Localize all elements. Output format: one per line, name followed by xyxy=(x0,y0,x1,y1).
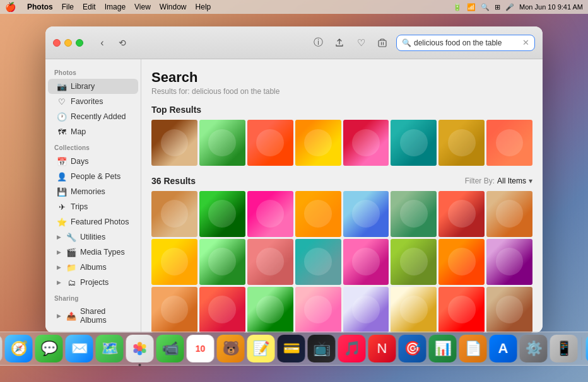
dock-news[interactable]: N xyxy=(368,335,396,362)
dock-numbers[interactable]: 📊 xyxy=(429,335,457,362)
photo-12[interactable] xyxy=(295,239,341,285)
delete-button[interactable] xyxy=(373,34,391,52)
photo-2[interactable] xyxy=(199,191,245,237)
sidebar-item-map[interactable]: 🗺 Map xyxy=(48,124,138,139)
dock-pages[interactable]: 📄 xyxy=(459,335,487,362)
menubar-image[interactable]: Image xyxy=(105,3,126,11)
photo-13[interactable] xyxy=(343,239,389,285)
dock-appstore[interactable]: A xyxy=(490,335,517,362)
sidebar-item-shared-albums[interactable]: ▶ 📤 Shared Albums xyxy=(48,304,138,327)
sidebar-item-favorites[interactable]: ♡ Favorites xyxy=(48,94,138,109)
top-photo-4[interactable] xyxy=(295,120,341,166)
sidebar-item-people-pets[interactable]: 👤 People & Pets xyxy=(48,169,138,184)
facetime-icon: 📹 xyxy=(162,340,179,357)
clear-search-button[interactable]: ✕ xyxy=(522,38,529,47)
menubar-edit[interactable]: Edit xyxy=(83,3,96,11)
minimize-button[interactable] xyxy=(64,39,72,47)
photo-17[interactable] xyxy=(151,287,197,333)
sidebar-item-media-types[interactable]: ▶ 🎬 Media Types xyxy=(48,245,138,260)
menubar-help[interactable]: Help xyxy=(196,3,211,11)
siri-icon[interactable]: 🎤 xyxy=(505,3,514,11)
sidebar-item-library[interactable]: 📷 Library xyxy=(48,79,138,94)
photo-22[interactable] xyxy=(391,287,437,333)
sidebar-item-projects[interactable]: ▶ 🗂 Projects xyxy=(48,275,138,290)
dock-mail[interactable]: ✉️ xyxy=(66,335,93,362)
top-photo-3[interactable] xyxy=(247,120,293,166)
photo-3[interactable] xyxy=(247,191,293,237)
photo-14[interactable] xyxy=(391,239,437,285)
menubar-view[interactable]: View xyxy=(134,3,151,11)
dock-icloud[interactable]: ☁️ xyxy=(586,335,589,362)
dock-photos[interactable] xyxy=(126,335,154,362)
filter-by[interactable]: Filter By: All Items ▾ xyxy=(465,177,532,185)
top-photo-5[interactable] xyxy=(343,120,389,166)
dock-safari[interactable]: 🧭 xyxy=(5,335,33,362)
dock-iphone[interactable]: 📱 xyxy=(550,335,578,362)
top-photo-7[interactable] xyxy=(438,120,485,166)
sidebar-item-label: Library xyxy=(71,82,95,91)
menubar-window[interactable]: Window xyxy=(160,3,187,11)
dock-keynote[interactable]: 🎯 xyxy=(399,335,426,362)
info-button[interactable]: ⓘ xyxy=(309,34,327,52)
search-menubar-icon[interactable]: 🔍 xyxy=(481,3,490,11)
search-bar[interactable]: 🔍 ✕ xyxy=(396,35,535,51)
sidebar-item-memories[interactable]: 💾 Memories xyxy=(48,184,138,199)
search-input[interactable] xyxy=(414,38,520,47)
favorites-icon: ♡ xyxy=(57,96,67,107)
apple-menu[interactable]: 🍎 xyxy=(5,2,16,12)
photo-24[interactable] xyxy=(486,287,532,333)
battery-icon[interactable]: 🔋 xyxy=(453,3,462,11)
menubar-file[interactable]: File xyxy=(62,3,74,11)
wallet-icon: 💳 xyxy=(283,340,300,357)
sidebar-item-label: Trips xyxy=(71,202,88,211)
control-center-icon[interactable]: ⊞ xyxy=(495,3,500,11)
share-button[interactable] xyxy=(331,34,348,52)
favorite-button[interactable]: ♡ xyxy=(352,34,370,52)
sidebar-item-utilities[interactable]: ▶ 🔧 Utilities xyxy=(48,229,138,245)
photo-7[interactable] xyxy=(438,191,485,237)
photo-6[interactable] xyxy=(391,191,437,237)
photo-23[interactable] xyxy=(438,287,485,333)
photo-20[interactable] xyxy=(295,287,341,333)
top-photo-2[interactable] xyxy=(199,120,245,166)
photo-21[interactable] xyxy=(343,287,389,333)
results-count: 36 Results xyxy=(151,176,196,186)
photo-9[interactable] xyxy=(151,239,197,285)
dock-messages[interactable]: 💬 xyxy=(35,335,63,362)
sidebar-item-recently-added[interactable]: 🕐 Recently Added xyxy=(48,109,138,124)
photo-15[interactable] xyxy=(438,239,485,285)
dock-music[interactable]: 🎵 xyxy=(338,335,366,362)
rotate-button[interactable]: ⟲ xyxy=(114,34,131,52)
back-button[interactable]: ‹ xyxy=(93,34,111,52)
sidebar-item-trips[interactable]: ✈ Trips xyxy=(48,199,138,214)
wifi-icon[interactable]: 📶 xyxy=(467,3,476,11)
dock-notes[interactable]: 📝 xyxy=(247,335,275,362)
dock-bear[interactable]: 🐻 xyxy=(217,335,245,362)
photo-18[interactable] xyxy=(199,287,245,333)
photo-5[interactable] xyxy=(343,191,389,237)
photo-8[interactable] xyxy=(486,191,532,237)
photo-19[interactable] xyxy=(247,287,293,333)
photo-11[interactable] xyxy=(247,239,293,285)
dock-sysprefs[interactable]: ⚙️ xyxy=(520,335,548,362)
fullscreen-button[interactable] xyxy=(76,39,83,47)
dock-maps[interactable]: 🗺️ xyxy=(96,335,124,362)
dock-launchpad[interactable]: 🚀 xyxy=(0,335,3,362)
menubar-app-name[interactable]: Photos xyxy=(27,3,53,11)
dock-appletv[interactable]: 📺 xyxy=(308,335,336,362)
top-photo-8[interactable] xyxy=(486,120,532,166)
photo-10[interactable] xyxy=(199,239,245,285)
photo-1[interactable] xyxy=(151,191,197,237)
sidebar-item-albums[interactable]: ▶ 📁 Albums xyxy=(48,260,138,275)
sidebar-item-featured-photos[interactable]: ⭐ Featured Photos xyxy=(48,214,138,229)
photo-16[interactable] xyxy=(486,239,532,285)
top-photo-6[interactable] xyxy=(391,120,437,166)
dock-facetime[interactable]: 📹 xyxy=(156,335,184,362)
photo-4[interactable] xyxy=(295,191,341,237)
sidebar-item-days[interactable]: 📅 Days xyxy=(48,154,138,169)
dock-calendar[interactable]: 10 xyxy=(187,335,215,362)
dock-wallet[interactable]: 💳 xyxy=(278,335,305,362)
top-photo-1[interactable] xyxy=(151,120,197,166)
expand-icon: ▶ xyxy=(57,249,61,255)
close-button[interactable] xyxy=(53,39,61,47)
